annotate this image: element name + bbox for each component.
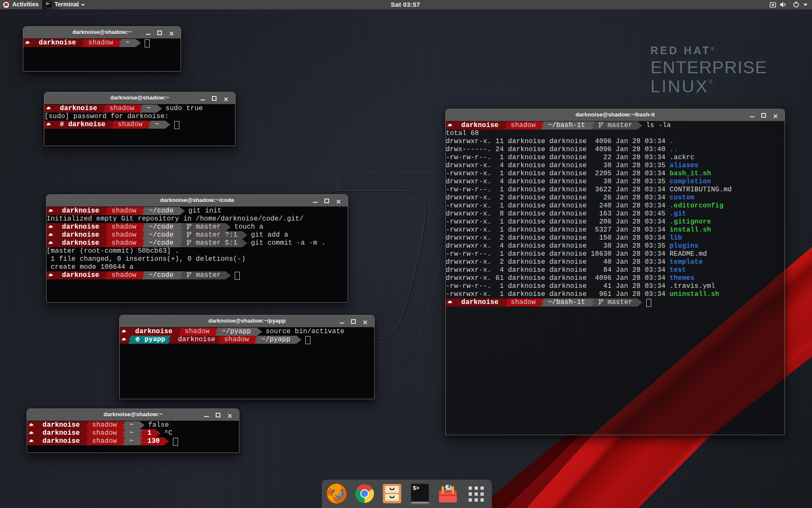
svg-text:$>: $>: [46, 2, 49, 6]
svg-text:$>: $>: [413, 485, 420, 491]
